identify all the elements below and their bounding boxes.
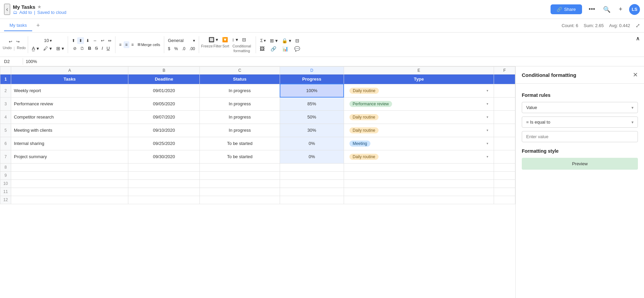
wrap-text-button[interactable]: ↔ [91, 37, 99, 44]
bold-button[interactable]: B [86, 45, 93, 52]
data-cell[interactable]: Daily routine▾ [344, 150, 494, 163]
data-cell[interactable]: 30% [280, 124, 344, 137]
percent-button[interactable]: % [173, 45, 180, 52]
data-cell[interactable]: Meeting▾ [344, 137, 494, 150]
font-size-selector[interactable]: 10 ▾ [42, 37, 53, 44]
col-header-c[interactable]: C [200, 67, 280, 74]
italic-button[interactable]: I [100, 45, 105, 52]
align-center-button[interactable]: ≡ [124, 41, 129, 48]
col-header-f[interactable]: F [494, 67, 515, 74]
value-input[interactable] [522, 131, 638, 142]
image-button[interactable]: 🖼 [258, 45, 266, 52]
panel-close-button[interactable]: ✕ [633, 71, 638, 79]
data-cell[interactable]: 85% [280, 97, 344, 110]
deadline-header[interactable]: Deadline [128, 74, 200, 84]
value-dropdown[interactable]: Value ▾ [522, 102, 638, 113]
data-cell[interactable]: Performance review [11, 97, 128, 110]
status-header[interactable]: Status [200, 74, 280, 84]
condition-dropdown[interactable]: = Is equal to ▾ [522, 116, 638, 128]
font-color-button[interactable]: A̲ ▾ [30, 45, 41, 52]
more-options-button[interactable]: ••• [587, 4, 597, 14]
data-cell[interactable]: Weekly report [11, 84, 128, 97]
expand-icon[interactable]: ⤢ [636, 22, 640, 29]
data-cell[interactable]: 09/10/2020 [128, 124, 200, 137]
chart-button[interactable]: 📊 [281, 45, 290, 52]
data-cell[interactable]: In progress [200, 110, 280, 124]
data-cell[interactable]: In progress [200, 97, 280, 110]
format-clear-button[interactable]: ⊘ [71, 45, 78, 52]
type-dropdown-arrow[interactable]: ▾ [487, 128, 488, 132]
data-cell[interactable]: 0% [280, 137, 344, 150]
data-cell[interactable]: Competitor research [11, 110, 128, 124]
align-top-button[interactable]: ⬆ [70, 37, 77, 44]
data-cell[interactable]: 09/30/2020 [128, 150, 200, 163]
format-type-selector[interactable]: General ▾ [166, 37, 197, 44]
conditional-format-toolbar-button[interactable]: ⊟ [240, 36, 248, 43]
data-cell[interactable]: 100% [280, 84, 344, 97]
add-button[interactable]: + [617, 4, 624, 14]
type-header[interactable]: Type [344, 74, 494, 84]
data-cell[interactable]: 09/01/2020 [128, 84, 200, 97]
align-bottom-button[interactable]: ⬇ [84, 37, 91, 44]
data-cell[interactable]: 50% [280, 110, 344, 124]
rotate-button[interactable]: ↩ [99, 37, 106, 44]
tab-my-tasks[interactable]: My tasks [4, 20, 32, 31]
col-header-d[interactable]: D [280, 67, 344, 74]
redo-button[interactable]: ↪ [15, 38, 21, 45]
data-cell[interactable]: Performance review▾ [344, 97, 494, 110]
type-dropdown-arrow[interactable]: ▾ [487, 102, 488, 106]
underline-button[interactable]: U [105, 45, 111, 52]
undo-button[interactable]: ↩ [7, 38, 14, 45]
col-header-e[interactable]: E [344, 67, 494, 74]
link-button[interactable]: 🔗 [269, 45, 278, 52]
search-button[interactable]: 🔍 [602, 4, 612, 15]
type-dropdown-arrow[interactable]: ▾ [487, 89, 488, 92]
align-left-button[interactable]: ≡ [117, 41, 123, 48]
align-middle-button[interactable]: ⬍ [77, 37, 84, 44]
type-dropdown-arrow[interactable]: ▾ [487, 142, 488, 145]
comments-button[interactable]: 💬 [293, 45, 302, 52]
add-to-link[interactable]: Add to [19, 10, 32, 15]
highlight-button[interactable]: 🖊 ▾ [42, 45, 53, 52]
freeze-button[interactable]: 🔲 ▾ [207, 36, 220, 43]
data-cell[interactable]: To be started [200, 137, 280, 150]
type-dropdown-arrow[interactable]: ▾ [487, 115, 488, 119]
filter-button[interactable]: 🔽 [220, 36, 230, 43]
collapse-toolbar-button[interactable]: ∧ [635, 34, 641, 43]
data-cell[interactable]: Daily routine▾ [344, 110, 494, 124]
shrink-button[interactable]: ⇔ [106, 37, 113, 44]
data-cell[interactable]: In progress [200, 84, 280, 97]
format-copy-button[interactable]: 🗋 [79, 45, 86, 52]
data-cell[interactable]: 09/05/2020 [128, 97, 200, 110]
progress-header[interactable]: Progress [280, 74, 344, 84]
dollar-button[interactable]: $ [166, 45, 172, 52]
data-cell[interactable]: 09/25/2020 [128, 137, 200, 150]
freeze-rows-button[interactable]: ⊞ ▾ [268, 37, 279, 44]
col-header-a[interactable]: A [11, 67, 128, 74]
data-cell[interactable]: 09/07/2020 [128, 110, 200, 124]
data-cell[interactable]: Project summary [11, 150, 128, 163]
align-right-button[interactable]: ≡ [130, 41, 135, 48]
border-button[interactable]: ⊞ ▾ [55, 45, 66, 52]
data-cell[interactable]: To be started [200, 150, 280, 163]
decimal-increase-button[interactable]: .00 [188, 45, 197, 52]
add-tab-button[interactable]: + [34, 21, 43, 30]
share-button[interactable]: 🔗 Share [551, 4, 582, 14]
data-validate-button[interactable]: ⊟ [294, 37, 301, 44]
data-cell[interactable]: Meeting with clients [11, 124, 128, 137]
sort-button[interactable]: ↕ ▾ [230, 36, 240, 43]
back-button[interactable]: ‹ [4, 4, 10, 15]
star-icon[interactable]: ★ [37, 4, 42, 9]
merge-cells-button[interactable]: ⊞ Merge cells [136, 41, 162, 48]
decimal-decrease-button[interactable]: .0 [180, 45, 187, 52]
data-cell[interactable]: Internal sharing [11, 137, 128, 150]
data-cell[interactable]: In progress [200, 124, 280, 137]
col-header-b[interactable]: B [128, 67, 200, 74]
data-cell[interactable]: 0% [280, 150, 344, 163]
data-cell[interactable]: Daily routine▾ [344, 84, 494, 97]
data-cell[interactable]: Daily routine▾ [344, 124, 494, 137]
type-dropdown-arrow[interactable]: ▾ [487, 155, 488, 158]
tasks-header[interactable]: Tasks [11, 74, 128, 84]
strikethrough-button[interactable]: S [93, 45, 100, 52]
sum-function-button[interactable]: Σ ▾ [259, 37, 268, 44]
